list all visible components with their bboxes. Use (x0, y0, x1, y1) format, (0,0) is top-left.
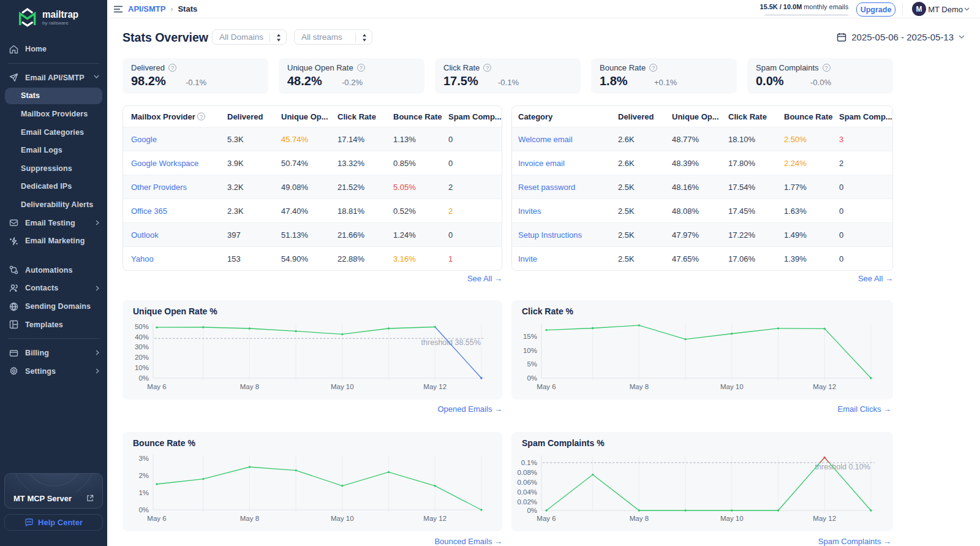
svg-text:10%: 10% (135, 364, 149, 371)
svg-text:May 6: May 6 (147, 515, 166, 522)
svg-text:0.06%: 0.06% (517, 479, 537, 486)
svg-text:threshold 38.55%: threshold 38.55% (421, 338, 481, 347)
svg-text:0%: 0% (138, 374, 149, 382)
svg-text:0.1%: 0.1% (521, 459, 537, 466)
svg-text:0.02%: 0.02% (517, 498, 537, 506)
svg-text:2%: 2% (138, 472, 149, 479)
svg-text:0%: 0% (527, 507, 537, 514)
svg-text:May 8: May 8 (240, 515, 259, 522)
svg-text:0%: 0% (527, 374, 537, 382)
svg-text:5%: 5% (527, 360, 537, 368)
svg-text:3%: 3% (138, 455, 149, 462)
svg-text:20%: 20% (135, 354, 149, 361)
svg-text:May 12: May 12 (813, 383, 836, 390)
svg-text:May 6: May 6 (537, 515, 556, 522)
svg-text:1%: 1% (138, 489, 149, 496)
svg-text:May 12: May 12 (423, 515, 447, 522)
svg-text:0%: 0% (138, 506, 149, 514)
svg-text:May 6: May 6 (537, 383, 556, 390)
svg-text:50%: 50% (135, 323, 149, 330)
svg-text:threshold 0.10%: threshold 0.10% (815, 463, 870, 471)
svg-text:May 8: May 8 (240, 383, 259, 390)
svg-text:May 12: May 12 (423, 383, 447, 390)
svg-text:May 10: May 10 (331, 515, 354, 522)
svg-text:0.08%: 0.08% (517, 469, 537, 476)
svg-text:May 10: May 10 (720, 383, 744, 390)
svg-text:0.04%: 0.04% (517, 488, 537, 496)
svg-text:15%: 15% (523, 333, 537, 340)
svg-text:May 8: May 8 (630, 383, 649, 390)
svg-text:May 8: May 8 (630, 515, 649, 522)
svg-text:May 10: May 10 (720, 515, 744, 522)
svg-text:40%: 40% (135, 333, 149, 341)
svg-text:May 12: May 12 (813, 515, 836, 522)
svg-text:30%: 30% (135, 343, 149, 351)
svg-text:May 6: May 6 (147, 383, 166, 390)
svg-text:10%: 10% (523, 347, 537, 354)
svg-text:May 10: May 10 (331, 383, 354, 390)
